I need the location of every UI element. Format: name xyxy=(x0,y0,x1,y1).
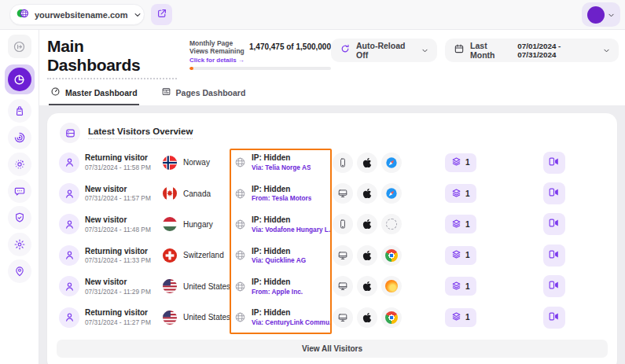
visit-datetime: 07/31/2024 - 11:27 PM xyxy=(85,318,152,326)
browser-icon xyxy=(381,245,402,266)
sidebar-item-settings[interactable] xyxy=(8,233,31,256)
ip-info: IP: Hidden Via: CenturyLink Commu... xyxy=(223,308,325,326)
visitor-avatar-icon xyxy=(59,153,79,173)
ip-label: IP: Hidden xyxy=(252,308,330,317)
isp-link[interactable]: Via: Telia Norge AS xyxy=(252,164,311,171)
country-flag-icon xyxy=(163,248,177,263)
visitor-type: New visitor xyxy=(85,278,152,286)
ip-info: IP: Hidden From: Tesla Motors xyxy=(223,185,325,203)
avatar xyxy=(587,6,605,24)
tab-label: Master Dashboard xyxy=(65,88,138,97)
country-flag-icon xyxy=(163,279,177,293)
country-name: Canada xyxy=(183,189,223,198)
refresh-icon xyxy=(340,43,351,57)
country-name: Hungary xyxy=(183,220,223,229)
country-name: Switzerland xyxy=(183,251,223,259)
country-name: United States xyxy=(183,313,223,322)
os-icon xyxy=(357,307,377,328)
visitor-avatar-icon xyxy=(59,214,79,234)
os-icon xyxy=(357,214,377,234)
sidebar-item-dashboards[interactable] xyxy=(5,64,35,94)
auto-reload-label: Auto-Reload Off xyxy=(356,41,416,60)
chevron-down-icon xyxy=(603,43,610,57)
sidebar-item-support[interactable] xyxy=(8,259,31,283)
visitor-journey-button[interactable] xyxy=(543,213,565,235)
globe-icon xyxy=(233,311,246,324)
visitor-journey-button[interactable] xyxy=(543,275,565,297)
dashboard-tabs: Master Dashboard Pages Dashboard xyxy=(39,79,625,105)
layers-icon xyxy=(451,188,461,200)
isp-link[interactable]: From: Tesla Motors xyxy=(252,194,311,202)
pages-count-badge[interactable]: 1 xyxy=(445,277,476,296)
isp-link[interactable]: Via: Vodafone Hungary L... xyxy=(252,226,330,233)
globe-icon xyxy=(233,156,246,169)
visitor-journey-button[interactable] xyxy=(543,245,565,267)
latest-visitors-module-icon xyxy=(60,123,80,143)
pages-count-badge[interactable]: 1 xyxy=(445,215,476,233)
open-website-button[interactable] xyxy=(151,4,172,25)
journey-icon xyxy=(548,186,560,200)
pages-count-badge[interactable]: 1 xyxy=(445,153,476,172)
sidebar-item-collapse[interactable] xyxy=(8,35,31,58)
tab-pages-dashboard[interactable]: Pages Dashboard xyxy=(160,84,248,105)
isp-link[interactable]: Via: CenturyLink Commu... xyxy=(252,318,330,326)
monthly-views-label: Monthly Page Views Remaining xyxy=(189,39,249,55)
pages-count-badge[interactable]: 1 xyxy=(445,184,476,203)
sidebar-item-privacy[interactable] xyxy=(8,206,31,230)
layers-icon xyxy=(451,281,461,292)
isp-link[interactable]: From: Apple Inc. xyxy=(252,288,303,296)
visitor-row: New visitor 07/31/2024 - 11:48 PM Hungar… xyxy=(47,209,617,240)
auto-reload-dropdown[interactable]: Auto-Reload Off xyxy=(331,39,437,62)
tab-master-dashboard[interactable]: Master Dashboard xyxy=(49,84,139,105)
sidebar-item-visitors[interactable] xyxy=(8,126,31,149)
globe-icon xyxy=(233,249,246,262)
page-header: Main Dashboards Monthly Page Views Remai… xyxy=(39,30,625,79)
latest-visitors-card: Latest Visitors Overview Returning visit… xyxy=(47,113,617,364)
visitor-avatar-icon xyxy=(59,245,79,266)
journey-icon xyxy=(548,217,560,231)
sidebar-item-communication[interactable] xyxy=(8,179,31,203)
os-icon xyxy=(357,153,377,173)
globe-icon xyxy=(233,218,246,230)
browser-icon xyxy=(381,153,402,173)
isp-link[interactable]: Via: Quickline AG xyxy=(252,256,306,264)
device-icon xyxy=(333,245,353,266)
page-title: Main Dashboards xyxy=(47,37,177,79)
os-icon xyxy=(357,245,377,266)
chevron-down-icon xyxy=(134,8,142,22)
device-icon xyxy=(333,214,353,234)
ip-info: IP: Hidden Via: Vodafone Hungary L... xyxy=(223,215,325,233)
sidebar-item-behavior[interactable] xyxy=(8,153,31,176)
content-area: Latest Visitors Overview Returning visit… xyxy=(39,105,625,364)
date-range-dropdown[interactable]: Last Month 07/01/2024 - 07/31/2024 xyxy=(445,39,619,62)
visit-datetime: 07/31/2024 - 11:48 PM xyxy=(85,226,152,233)
account-menu[interactable] xyxy=(582,2,620,27)
view-all-visitors-button[interactable]: View All Visitors xyxy=(57,340,608,358)
visitor-type: New visitor xyxy=(85,185,152,193)
visitor-journey-button[interactable] xyxy=(543,152,565,174)
sidebar-item-ecommerce[interactable] xyxy=(8,99,31,123)
date-range-label: Last Month xyxy=(470,41,512,60)
visitor-journey-button[interactable] xyxy=(543,182,565,204)
website-selector[interactable]: yourwebsitename.com xyxy=(9,4,145,25)
ip-info: IP: Hidden Via: Telia Norge AS xyxy=(223,153,325,171)
monthly-views-progressbar xyxy=(189,67,331,70)
monthly-page-views: Monthly Page Views Remaining Click for d… xyxy=(189,39,331,70)
pages-count-badge[interactable]: 1 xyxy=(445,308,476,327)
journey-icon xyxy=(548,248,560,263)
ip-label: IP: Hidden xyxy=(252,185,311,193)
visitor-journey-button[interactable] xyxy=(543,307,565,329)
pages-count: 1 xyxy=(465,220,470,229)
visit-datetime: 07/31/2024 - 11:33 PM xyxy=(85,256,152,264)
country-flag-icon xyxy=(163,217,177,231)
date-range-value: 07/01/2024 - 07/31/2024 xyxy=(517,42,597,59)
visitor-row: New visitor 07/31/2024 - 11:57 PM Canada… xyxy=(47,178,617,208)
pages-count-badge[interactable]: 1 xyxy=(445,246,476,265)
pages-icon xyxy=(161,86,171,98)
device-icon xyxy=(333,276,353,296)
browser-icon xyxy=(381,307,402,328)
gauge-icon xyxy=(50,86,61,98)
device-icon xyxy=(333,183,353,204)
click-for-details-link[interactable]: Click for details → xyxy=(189,57,249,64)
os-icon xyxy=(357,183,377,204)
